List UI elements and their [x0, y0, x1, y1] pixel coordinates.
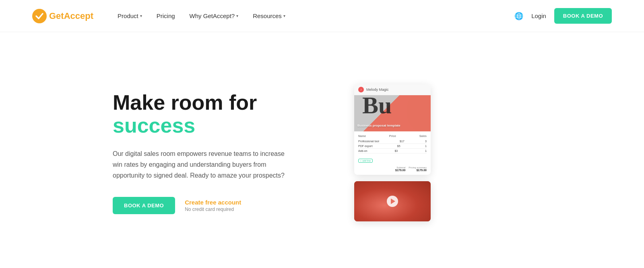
nav-why[interactable]: Why GetAccept? ▾ [190, 12, 239, 19]
row-name: Add-on [358, 149, 367, 152]
company-logo-icon [358, 87, 364, 92]
table-header: Name Price Sales [358, 135, 427, 137]
hero-right-panel: Melody Magic Bu Business proposal templa… [354, 84, 435, 221]
table-row: Add-on $3 1 [358, 149, 427, 153]
row-price: $5 [397, 145, 400, 147]
video-card [354, 181, 431, 221]
navbar: GetAccept Product ▾ Pricing Why GetAccep… [0, 0, 644, 32]
row-price: $3 [394, 149, 398, 152]
hero-book-demo-button[interactable]: BOOK A DEMO [113, 197, 175, 214]
hero-section: Make room for success Our digital sales … [0, 32, 644, 265]
add-line-button[interactable]: + add line [358, 159, 373, 163]
nav-product[interactable]: Product ▾ [118, 12, 142, 19]
svg-point-0 [32, 9, 47, 23]
resources-chevron-icon: ▾ [283, 14, 285, 18]
globe-icon[interactable]: 🌐 [514, 12, 523, 20]
logo-text: GetAccept [49, 11, 93, 21]
product-chevron-icon: ▾ [140, 14, 142, 18]
row-sales: 1 [425, 145, 427, 147]
hero-heading: Make room for success [113, 91, 322, 137]
col-sales: Sales [419, 135, 427, 137]
heading-highlight: success [113, 114, 195, 137]
video-thumbnail [354, 181, 431, 221]
play-icon [391, 198, 395, 204]
subtotal-item: Subtotal $179.00 [395, 166, 405, 172]
proposal-card: Melody Magic Bu Business proposal templa… [354, 84, 431, 175]
proposal-image-text: Business proposal template [357, 124, 400, 128]
col-price: Price [389, 135, 396, 137]
free-account-link[interactable]: Create free account [185, 199, 241, 206]
free-account-block: Create free account No credit card requi… [185, 199, 241, 212]
row-sales: 3 [425, 140, 427, 143]
why-chevron-icon: ▾ [236, 14, 238, 18]
hero-cta: BOOK A DEMO Create free account No credi… [113, 197, 322, 214]
proposal-card-image: Bu Business proposal template [354, 95, 431, 131]
total-item: Pricing summary $179.00 [409, 166, 427, 172]
logo[interactable]: GetAccept [32, 9, 93, 23]
no-credit-card-text: No credit card required [185, 207, 241, 212]
row-sales: 1 [425, 149, 427, 152]
table-row: PDF export $5 1 [358, 144, 427, 149]
play-button[interactable] [387, 196, 398, 207]
col-name: Name [358, 135, 366, 137]
proposal-card-header: Melody Magic [354, 84, 431, 95]
company-name: Melody Magic [366, 88, 389, 92]
table-footer: Subtotal $179.00 Pricing summary $179.00 [358, 166, 427, 172]
hero-text-block: Make room for success Our digital sales … [113, 91, 322, 215]
row-price: $17 [400, 140, 405, 143]
table-row: Professional tool $17 3 [358, 139, 427, 144]
logo-icon [32, 9, 47, 23]
hero-description: Our digital sales room empowers revenue … [113, 148, 286, 181]
nav-book-demo-button[interactable]: BOOK A DEMO [554, 8, 612, 24]
proposal-table: Name Price Sales Professional tool $17 3… [354, 131, 431, 175]
nav-resources[interactable]: Resources ▾ [253, 12, 285, 19]
big-letter: Bu [362, 95, 392, 117]
row-name: Professional tool [358, 140, 379, 143]
coral-shape [407, 95, 431, 131]
nav-pricing[interactable]: Pricing [157, 12, 175, 19]
login-link[interactable]: Login [531, 12, 546, 19]
row-name: PDF export [358, 145, 372, 147]
